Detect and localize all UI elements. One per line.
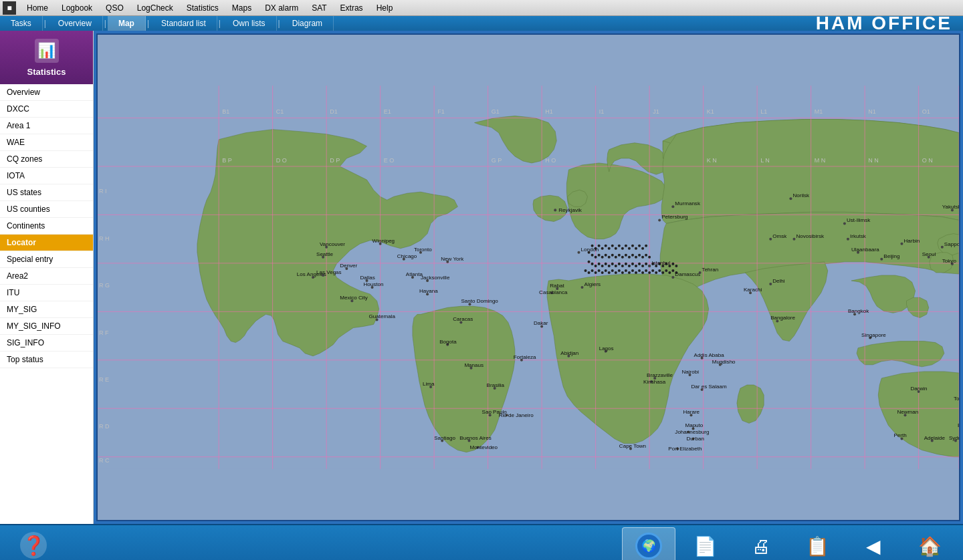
svg-point-124 bbox=[601, 271, 604, 274]
nav-cq-zones[interactable]: CQ zones bbox=[0, 151, 93, 168]
nav-my-sig-info[interactable]: MY_SIG_INFO bbox=[0, 318, 93, 335]
menu-help[interactable]: Help bbox=[370, 2, 400, 14]
back-button[interactable]: ◀ Back bbox=[847, 527, 900, 560]
nav-us-counties[interactable]: US counties bbox=[0, 201, 93, 218]
nav-special-entry[interactable]: Special entry bbox=[0, 251, 93, 268]
svg-text:O1: O1 bbox=[922, 108, 930, 115]
svg-text:Seoul: Seoul bbox=[922, 251, 936, 257]
svg-text:K N: K N bbox=[707, 157, 717, 164]
svg-point-64 bbox=[618, 245, 621, 247]
menu-logbook[interactable]: Logbook bbox=[55, 2, 99, 14]
export-image-button[interactable]: 📄 Export image bbox=[678, 527, 732, 560]
menu-statistics[interactable]: Statistics bbox=[180, 2, 225, 14]
svg-text:I1: I1 bbox=[599, 108, 605, 115]
europe-button[interactable]: 🌍 Europe bbox=[622, 527, 675, 560]
svg-text:Tehran: Tehran bbox=[702, 267, 719, 273]
tab-overview[interactable]: Overview bbox=[47, 16, 103, 31]
svg-text:D1: D1 bbox=[330, 108, 338, 115]
nav-my-sig[interactable]: MY_SIG bbox=[0, 301, 93, 318]
svg-text:K1: K1 bbox=[707, 108, 714, 115]
svg-text:H O: H O bbox=[545, 157, 556, 164]
tab-own-lists[interactable]: Own lists bbox=[222, 16, 277, 31]
svg-point-76 bbox=[598, 254, 601, 257]
help-button[interactable]: ❓ Help bbox=[13, 527, 54, 560]
svg-point-121 bbox=[591, 269, 594, 272]
svg-point-84 bbox=[625, 254, 627, 257]
svg-point-74 bbox=[591, 254, 594, 257]
svg-text:R D: R D bbox=[99, 423, 110, 430]
extended-button[interactable]: 📋 Extended bbox=[790, 527, 844, 560]
menu-dxalarm[interactable]: DX alarm bbox=[258, 2, 305, 14]
sidebar-header: 📊 Statistics bbox=[0, 31, 93, 84]
nav-top-status[interactable]: Top status bbox=[0, 352, 93, 368]
svg-text:Abidjan: Abidjan bbox=[560, 350, 578, 356]
svg-point-90 bbox=[645, 254, 647, 257]
svg-text:R F: R F bbox=[99, 329, 109, 336]
nav-sig-info[interactable]: SIG_INFO bbox=[0, 335, 93, 352]
svg-text:Singapore: Singapore bbox=[861, 332, 886, 338]
svg-point-187 bbox=[671, 276, 674, 279]
svg-point-68 bbox=[631, 245, 634, 247]
svg-text:G1: G1 bbox=[492, 108, 500, 115]
svg-point-106 bbox=[635, 265, 637, 267]
svg-text:Sydney: Sydney bbox=[949, 435, 959, 441]
svg-text:London: London bbox=[580, 247, 599, 253]
nav-locator[interactable]: Locator bbox=[0, 235, 93, 251]
svg-point-62 bbox=[611, 245, 614, 247]
nav-wae[interactable]: WAE bbox=[0, 134, 93, 151]
svg-point-143 bbox=[665, 269, 667, 272]
tab-tasks[interactable]: Tasks bbox=[0, 16, 43, 31]
svg-point-125 bbox=[605, 269, 607, 272]
menu-maps[interactable]: Maps bbox=[225, 2, 258, 14]
menu-home[interactable]: Home bbox=[20, 2, 55, 14]
tab-diagram[interactable]: Diagram bbox=[282, 16, 334, 31]
home-icon: 🏠 bbox=[918, 534, 942, 558]
map-wrapper[interactable]: B1 C1 D1 E1 F1 G1 H1 I1 J1 K1 L1 M1 N1 O… bbox=[96, 33, 960, 521]
svg-point-102 bbox=[621, 265, 624, 267]
svg-point-153 bbox=[658, 219, 661, 221]
tab-map[interactable]: Map bbox=[108, 16, 146, 31]
svg-point-66 bbox=[625, 245, 627, 247]
svg-text:E O: E O bbox=[384, 157, 395, 164]
svg-text:Chicago: Chicago bbox=[397, 253, 417, 259]
svg-text:Harare: Harare bbox=[683, 409, 700, 415]
svg-text:Ust-Ilimsk: Ust-Ilimsk bbox=[847, 217, 871, 223]
svg-text:Yakutsk: Yakutsk bbox=[942, 204, 959, 210]
menu-sat[interactable]: SAT bbox=[305, 2, 333, 14]
svg-point-65 bbox=[621, 247, 624, 250]
nav-area2[interactable]: Area2 bbox=[0, 268, 93, 285]
svg-text:Adelaide: Adelaide bbox=[924, 435, 946, 441]
nav-dxcc[interactable]: DXCC bbox=[0, 101, 93, 118]
menu-extras[interactable]: Extras bbox=[334, 2, 370, 14]
svg-text:R I: R I bbox=[99, 188, 107, 194]
svg-point-105 bbox=[631, 263, 634, 265]
svg-text:L1: L1 bbox=[760, 108, 767, 115]
home-button[interactable]: 🏠 Home bbox=[903, 527, 956, 560]
svg-text:Irkutsk: Irkutsk bbox=[850, 233, 867, 239]
sidebar-title: Statistics bbox=[27, 67, 66, 77]
svg-point-163 bbox=[843, 222, 846, 225]
nav-itu[interactable]: ITU bbox=[0, 285, 93, 301]
world-map[interactable]: B1 C1 D1 E1 F1 G1 H1 I1 J1 K1 L1 M1 N1 O… bbox=[98, 35, 959, 520]
nav-area1[interactable]: Area 1 bbox=[0, 118, 93, 134]
tab-standard-list[interactable]: Standard list bbox=[150, 16, 217, 31]
menu-qso[interactable]: QSO bbox=[99, 2, 130, 14]
print-button[interactable]: 🖨 Print bbox=[734, 527, 788, 560]
svg-point-137 bbox=[645, 269, 647, 272]
svg-point-118 bbox=[675, 265, 677, 267]
svg-point-94 bbox=[595, 265, 597, 267]
export-icon: 📄 bbox=[693, 534, 717, 558]
menu-logcheck[interactable]: LogCheck bbox=[130, 2, 180, 14]
svg-point-61 bbox=[608, 247, 611, 250]
svg-point-117 bbox=[671, 263, 674, 265]
nav-us-states[interactable]: US states bbox=[0, 184, 93, 201]
svg-text:Cape Town: Cape Town bbox=[619, 443, 646, 449]
svg-point-78 bbox=[605, 254, 607, 257]
nav-continents[interactable]: Continents bbox=[0, 218, 93, 235]
svg-text:Delhi: Delhi bbox=[772, 278, 785, 284]
nav-iota[interactable]: IOTA bbox=[0, 168, 93, 184]
svg-point-88 bbox=[638, 254, 641, 257]
svg-text:R C: R C bbox=[99, 457, 110, 464]
nav-overview[interactable]: Overview bbox=[0, 84, 93, 101]
svg-text:Guatemala: Guatemala bbox=[369, 313, 396, 319]
